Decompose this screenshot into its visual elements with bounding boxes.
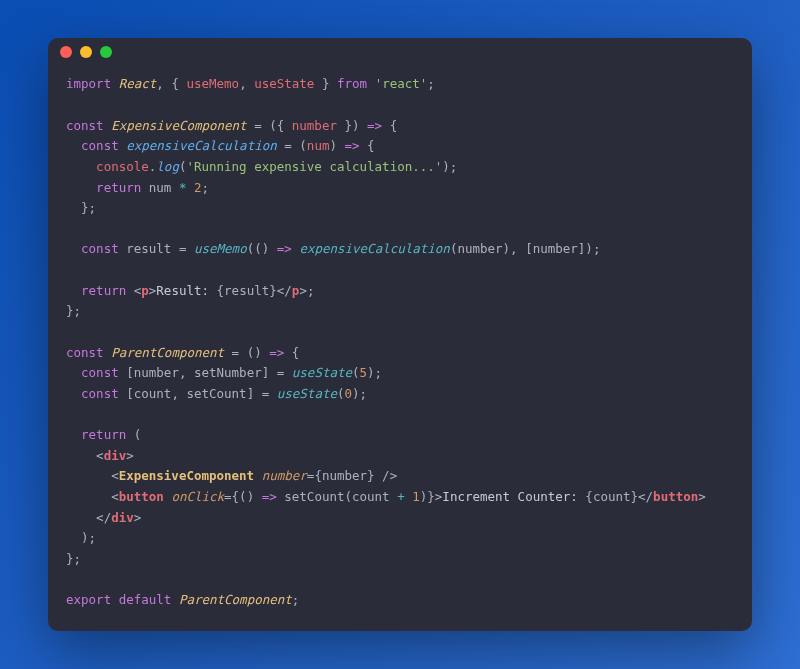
window-titlebar: [48, 38, 752, 66]
ident-react: React: [119, 76, 157, 91]
ident-parent-component: ParentComponent: [111, 345, 224, 360]
maximize-icon[interactable]: [100, 46, 112, 58]
code-window: import React, { useMemo, useState } from…: [48, 38, 752, 630]
ident-expensive-component: ExpensiveComponent: [111, 118, 246, 133]
code-editor: import React, { useMemo, useState } from…: [48, 66, 752, 630]
ident-expensive-calc: expensiveCalculation: [126, 138, 277, 153]
kw-import: import: [66, 76, 111, 91]
close-icon[interactable]: [60, 46, 72, 58]
minimize-icon[interactable]: [80, 46, 92, 58]
